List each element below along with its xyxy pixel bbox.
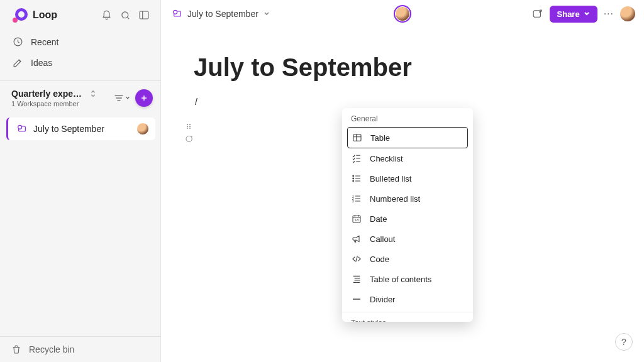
nav-ideas-label: Ideas [31,58,52,68]
svg-point-9 [189,124,191,125]
more-icon[interactable]: ··· [604,8,614,19]
main: July to September Share ··· [161,0,644,362]
recycle-label: Recycle bin [29,344,74,354]
divider-icon [351,293,362,305]
slash-item-callout[interactable]: Callout [342,229,473,249]
expand-collapse-icon[interactable] [89,89,97,98]
nav-recent-label: Recent [31,37,58,47]
slash-item-date[interactable]: 18 Date [342,209,473,229]
slash-item-divider[interactable]: Divider [342,289,473,309]
calendar-icon: 18 [351,213,362,224]
presence-avatar-ring[interactable] [394,5,411,23]
trash-icon [11,344,21,354]
slash-section-text-styles: Text styles [342,312,473,322]
line-gutter [184,123,194,362]
svg-rect-14 [353,134,361,141]
page-title[interactable]: July to September [194,53,621,82]
table-icon [352,132,363,143]
add-page-button[interactable] [135,89,153,107]
slash-item-code[interactable]: Code [342,249,473,269]
page-author-avatar [136,123,149,135]
code-icon [351,253,362,265]
slash-item-label: Table of contents [370,275,431,284]
slash-item-toc[interactable]: Table of contents [342,269,473,289]
slash-item-table[interactable]: Table [347,127,468,148]
help-button[interactable]: ? [615,333,633,351]
toc-icon [351,273,362,285]
filter-icon[interactable] [114,94,130,102]
app-name: Loop [33,9,57,21]
slash-item-label: Date [370,214,387,224]
loop-component-icon [17,124,27,134]
clock-icon [13,36,23,47]
slash-item-checklist[interactable]: Checklist [342,148,473,168]
svg-point-15 [353,175,354,177]
workspace-title[interactable]: Quarterly expendit... [11,89,87,99]
slash-item-label: Divider [370,295,395,304]
loop-component-icon [172,9,182,19]
sidebar-top: Loop [0,0,160,28]
svg-point-16 [353,178,354,179]
loop-insert-icon[interactable] [532,8,543,19]
svg-point-10 [187,126,188,127]
slash-section-general: General [342,108,473,127]
comment-icon[interactable] [184,134,193,143]
breadcrumb[interactable]: July to September [172,9,270,19]
slash-item-label: Bulleted list [370,174,411,184]
app-brand[interactable]: Loop [13,8,57,23]
nav-recent[interactable]: Recent [8,31,153,52]
recycle-bin[interactable]: Recycle bin [0,336,160,362]
svg-point-0 [121,11,128,18]
pencil-icon [13,57,23,68]
svg-point-6 [174,10,177,14]
chevron-down-icon [264,11,270,17]
sidebar-top-icons [100,9,150,21]
megaphone-icon [351,233,362,244]
svg-rect-7 [533,11,540,18]
workspace-header: Quarterly expendit... 1 Workspace member [0,81,160,112]
workspace-subtitle: 1 Workspace member [11,100,110,107]
slash-item-numbered-list[interactable]: 123 Numbered list [342,189,473,209]
slash-item-bulleted-list[interactable]: Bulleted list [342,168,473,189]
bulleted-list-icon [351,173,362,184]
slash-item-label: Code [370,255,389,264]
slash-item-label: Table [370,133,390,143]
nav-ideas[interactable]: Ideas [8,52,153,73]
slash-item-label: Callout [370,234,395,244]
slash-item-label: Checklist [370,154,403,163]
drag-handle-icon[interactable] [186,123,192,129]
svg-rect-1 [140,11,148,19]
svg-text:3: 3 [352,199,354,203]
notifications-icon[interactable] [100,9,113,21]
svg-point-11 [189,126,191,127]
numbered-list-icon: 123 [351,193,362,204]
svg-point-13 [189,128,191,129]
loop-logo-icon [13,8,28,23]
share-label: Share [557,9,580,19]
svg-point-8 [187,124,188,125]
svg-text:18: 18 [355,218,358,222]
topbar: July to September Share ··· [161,0,644,28]
page-item-july-sept[interactable]: July to September [6,118,155,140]
sidebar-nav: Recent Ideas [0,28,160,80]
account-avatar[interactable] [620,6,635,21]
checklist-icon [351,153,362,164]
svg-point-17 [353,180,354,182]
svg-point-4 [18,125,22,129]
editor-slash-line[interactable]: / [194,97,621,107]
slash-item-label: Numbered list [370,194,420,204]
page-item-label: July to September [33,124,130,134]
search-icon[interactable] [119,9,131,21]
breadcrumb-label: July to September [187,9,258,19]
sidebar: Loop Recent Ideas [0,0,161,362]
panel-collapse-icon[interactable] [138,9,150,21]
share-button[interactable]: Share [550,6,597,23]
page-list: July to September [0,112,160,336]
svg-point-12 [187,128,188,129]
slash-menu: General Table Checklist Bulleted list 12… [342,108,473,322]
